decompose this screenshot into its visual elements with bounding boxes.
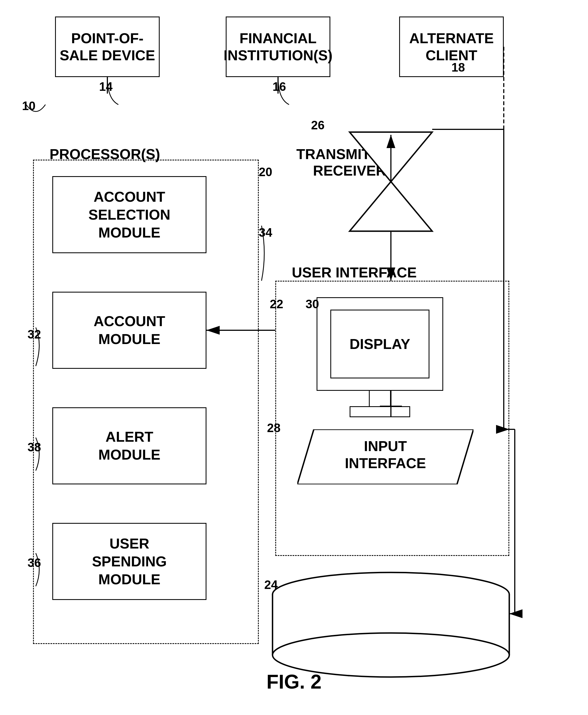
svg-marker-4	[350, 182, 432, 231]
acct-label: ACCOUNTMODULE	[93, 312, 165, 348]
user-spending-module-box: USERSPENDINGMODULE	[52, 523, 207, 600]
transmitter-label: TRANSMITTER/RECEIVER	[292, 146, 407, 179]
ui-label: USER INTERFACE	[292, 264, 417, 281]
ref-10: 10	[22, 99, 36, 113]
ref-28: 28	[267, 421, 280, 435]
fig-label: FIG. 2	[267, 670, 321, 693]
pos-label: POINT-OF- SALE DEVICE	[56, 30, 159, 64]
ref-20: 20	[259, 165, 272, 179]
financial-institution-box: FINANCIAL INSTITUTION(S)	[226, 17, 330, 77]
ac-label: ALTERNATE CLIENT	[400, 30, 503, 64]
ref-34: 34	[259, 226, 272, 239]
display-outer-box: DISPLAY	[317, 297, 443, 391]
ref-16: 16	[273, 80, 286, 93]
user-spend-label: USERSPENDINGMODULE	[92, 535, 167, 588]
ref-36: 36	[27, 556, 41, 570]
alert-label: ALERTMODULE	[98, 428, 160, 464]
data-storage-label: DATA STORAGE	[275, 600, 512, 616]
alert-module-box: ALERTMODULE	[52, 407, 207, 484]
input-interface-label: INPUTINTERFACE	[306, 438, 465, 472]
ref-14: 14	[99, 80, 112, 93]
ref-24: 24	[264, 578, 278, 592]
account-selection-module-box: ACCOUNTSELECTIONMODULE	[52, 176, 207, 253]
ref-32: 32	[27, 327, 41, 341]
display-label: DISPLAY	[350, 336, 411, 352]
diagram: POINT-OF- SALE DEVICE FINANCIAL INSTITUT…	[0, 0, 588, 715]
fi-label: FINANCIAL INSTITUTION(S)	[224, 30, 333, 64]
monitor-neck	[369, 391, 391, 407]
ref-38: 38	[27, 440, 41, 454]
account-module-box: ACCOUNTMODULE	[52, 292, 207, 369]
ref-26: 26	[311, 118, 324, 132]
ref-18: 18	[451, 61, 465, 74]
pos-device-box: POINT-OF- SALE DEVICE	[55, 17, 160, 77]
acct-sel-label: ACCOUNTSELECTIONMODULE	[88, 188, 170, 242]
ref-30: 30	[306, 297, 319, 311]
display-inner-box: DISPLAY	[330, 310, 429, 378]
monitor-stand	[350, 406, 410, 417]
